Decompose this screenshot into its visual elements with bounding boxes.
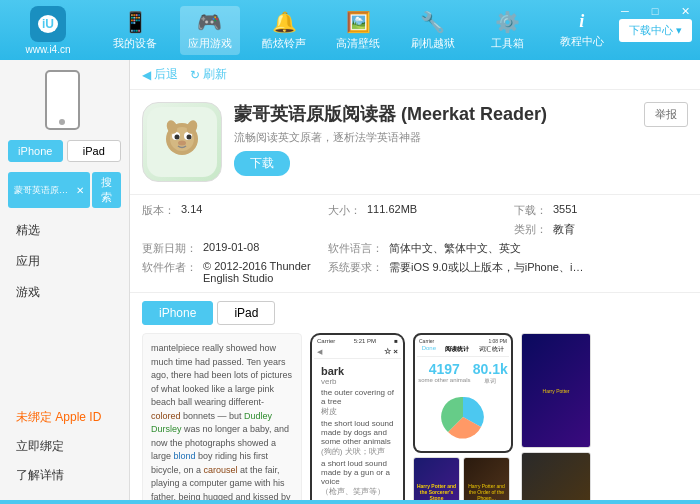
update-date-label: 更新日期：: [142, 241, 197, 256]
app-logo: iU: [30, 6, 66, 42]
stats-numbers: 4197 some other animals 80.1k 单词: [417, 357, 509, 390]
reading-stats-label: 阅读统计: [445, 345, 469, 354]
nav-tools-label: 工具箱: [491, 36, 524, 51]
word-def1-cn: 树皮: [321, 406, 394, 417]
nav-app-games[interactable]: 🎮 应用游戏: [180, 6, 240, 55]
app-header: 蒙哥英语原版阅读器 (Meerkat Reader) 举报 流畅阅读英文原著，逐…: [130, 90, 700, 195]
book-title-2: Harry Potter and the Order of the Phoen.…: [466, 483, 507, 500]
developer-label: 软件作者：: [142, 260, 197, 284]
stats-time: 1:08 PM: [488, 338, 507, 344]
phone-status-bar: Carrier 5:21 PM ■: [314, 337, 401, 345]
word-def3-cn: （枪声、笑声等）: [321, 486, 394, 497]
book-cover-2-bg: Harry Potter and the Order of the Phoen.…: [464, 458, 509, 500]
category-label: 类别：: [514, 222, 547, 237]
app-info: 蒙哥英语原版阅读器 (Meerkat Reader) 举报 流畅阅读英文原著，逐…: [234, 102, 688, 182]
apple-id-item[interactable]: 未绑定 Apple ID: [8, 403, 121, 432]
tab-iphone-button[interactable]: iPhone: [142, 301, 213, 325]
svg-point-6: [187, 135, 192, 140]
nav-my-device[interactable]: 📱 我的设备: [105, 6, 165, 55]
reading-count: 4197: [418, 361, 470, 377]
stats-nav: Done 阅读统计 词汇 统计: [417, 345, 509, 357]
language-value: 简体中文、繁体中文、英文: [389, 241, 521, 256]
meta-language: 软件语言： 简体中文、繁体中文、英文: [328, 241, 688, 256]
version-value: 3.14: [181, 203, 202, 218]
fix-binding-item[interactable]: 立即绑定: [8, 432, 121, 461]
phone-time: 5:21 PM: [354, 338, 376, 344]
nav-ringtones-label: 酷炫铃声: [262, 36, 306, 51]
sidebar-games[interactable]: 游戏: [8, 278, 121, 307]
stats-done-btn: Done: [422, 345, 436, 354]
words-label: 单词: [473, 377, 508, 386]
screenshot-phone-word: Carrier 5:21 PM ■ ◀ ☆ × bark: [310, 333, 405, 500]
category-value: 教育: [553, 222, 575, 237]
size-label: 大小：: [328, 203, 361, 218]
nav-tutorials-label: 教程中心: [560, 34, 604, 49]
small-screenshot-2: Harry Potter and the...: [521, 452, 591, 500]
iphone-button[interactable]: iPhone: [8, 140, 63, 162]
nav-jailbreak[interactable]: 🔧 刷机越狱: [403, 6, 463, 55]
downloads-label: 下载：: [514, 203, 547, 218]
word-count-box: 80.1k 单词: [473, 361, 508, 386]
sidebar-featured[interactable]: 精选: [8, 216, 121, 245]
sidebar-apps[interactable]: 应用: [8, 247, 121, 276]
nav-tutorials[interactable]: i 教程中心: [552, 7, 612, 53]
book-title-1: Harry Potter and the Sorcerer's Stone: [416, 483, 457, 500]
update-date-value: 2019-01-08: [203, 241, 259, 256]
nav-wallpapers[interactable]: 🖼️ 高清壁纸: [328, 6, 388, 55]
search-clear-icon[interactable]: ✕: [76, 185, 84, 196]
book-cover-2: Harry Potter and the Order of the Phoen.…: [463, 457, 510, 500]
pie-chart: [417, 390, 509, 444]
download-app-button[interactable]: 下载: [234, 151, 290, 176]
device-preview: [8, 70, 121, 130]
ipad-button[interactable]: iPad: [67, 140, 122, 162]
meta-developer: 软件作者： © 2012-2016 Thunder English Studio: [142, 260, 316, 284]
tab-section: iPhone iPad mantelpiece really showed ho…: [130, 293, 700, 500]
close-button[interactable]: ✕: [670, 0, 700, 22]
app-subtitle: 流畅阅读英文原著，逐析法学英语神器: [234, 130, 688, 145]
small-screenshot-1: Harry Potter: [521, 333, 591, 448]
search-tag-text: 蒙哥英语原版阅...: [14, 184, 74, 197]
word-card-header: ◀ ☆ ×: [314, 345, 401, 359]
vocab-stats-label: 词汇 统计: [479, 345, 505, 354]
sidebar-menu: 精选 应用 游戏: [8, 216, 121, 310]
developer-value: © 2012-2016 Thunder English Studio: [203, 260, 316, 284]
book-cover-1-bg: Harry Potter and the Sorcerer's Stone: [414, 458, 459, 500]
some-animals-label: some other animals: [418, 377, 470, 383]
maximize-button[interactable]: □: [640, 0, 670, 22]
logo-url: www.i4.cn: [25, 44, 70, 55]
reading-count-box: 4197 some other animals: [418, 361, 470, 386]
nav-my-device-label: 我的设备: [113, 36, 157, 51]
search-tag: 蒙哥英语原版阅... ✕: [8, 172, 90, 208]
back-button[interactable]: ◀ 后退: [142, 66, 178, 83]
refresh-label: 刷新: [203, 66, 227, 83]
text-normal2: bonnets — but: [181, 411, 245, 421]
back-arrow-icon: ◀: [142, 68, 151, 82]
tools-icon: 🔧: [420, 10, 445, 34]
gear-icon: ⚙️: [495, 10, 520, 34]
refresh-icon: ↻: [190, 68, 200, 82]
logo-text: iU: [38, 15, 58, 33]
language-label: 软件语言：: [328, 241, 383, 256]
word-card-content: bark verb the outer covering of a tree 树…: [317, 361, 398, 500]
search-button[interactable]: 搜索: [92, 172, 121, 208]
nav-tools[interactable]: ⚙️ 工具箱: [477, 6, 537, 55]
report-button[interactable]: 举报: [644, 102, 688, 127]
pie-chart-svg: [438, 392, 488, 442]
tab-ipad-button[interactable]: iPad: [217, 301, 275, 325]
word-card-back-icon: ◀: [317, 348, 322, 356]
meta-category: 类别： 教育: [514, 222, 688, 237]
minimize-button[interactable]: ─: [610, 0, 640, 22]
nav-ringtones[interactable]: 🔔 酷炫铃声: [254, 6, 314, 55]
right-screenshots: Carrier 1:08 PM Done 阅读统计 词汇 统计: [413, 333, 513, 500]
learn-more-item[interactable]: 了解详情: [8, 461, 121, 490]
refresh-button[interactable]: ↻ 刷新: [190, 66, 227, 83]
phone-icon: 📱: [123, 10, 148, 34]
phone-carrier: Carrier: [317, 338, 335, 344]
word-def2-cn: (狗的) 犬吠；吠声: [321, 446, 394, 457]
version-label: 版本：: [142, 203, 175, 218]
nav-items: 📱 我的设备 🎮 应用游戏 🔔 酷炫铃声 🖼️ 高清壁纸 🔧 刷机越狱 ⚙️: [98, 6, 619, 55]
device-buttons: iPhone iPad: [8, 140, 121, 162]
phone-battery: ■: [394, 338, 398, 344]
word-def3: a short loud sound made by a gun or a vo…: [321, 459, 394, 486]
app-icon-svg: [147, 107, 217, 177]
